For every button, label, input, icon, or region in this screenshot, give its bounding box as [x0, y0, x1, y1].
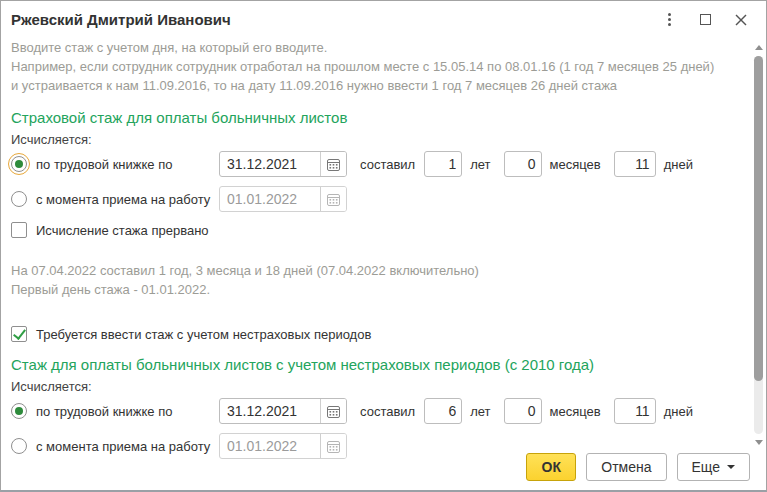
- scroll-down-icon[interactable]: [755, 440, 763, 445]
- years-input-2[interactable]: [424, 398, 462, 424]
- intro-line-3: и устраивается к нам 11.09.2016, то на д…: [11, 76, 738, 95]
- scrollbar-thumb[interactable]: [754, 56, 763, 381]
- made-label-1: составил: [360, 157, 415, 172]
- more-button[interactable]: Еще: [677, 453, 751, 481]
- section2-header: Стаж для оплаты больничных листов с учет…: [11, 356, 738, 373]
- maximize-icon: [700, 14, 711, 25]
- hire-date-input-1: [220, 191, 320, 207]
- months-input-1[interactable]: [504, 151, 542, 177]
- seniority-summary: На 07.04.2022 составил 1 год, 3 месяца и…: [11, 261, 738, 299]
- noninsured-checkbox-label: Требуется ввести стаж с учетом нестрахов…: [36, 327, 371, 342]
- noninsured-checkbox[interactable]: Требуется ввести стаж с учетом нестрахов…: [11, 326, 738, 342]
- years-unit-2: лет: [470, 404, 490, 419]
- hire-date-input-2: [220, 438, 320, 454]
- title-bar: Ржевский Дмитрий Иванович: [1, 1, 766, 35]
- summary-line-1: На 07.04.2022 составил 1 год, 3 месяца и…: [11, 261, 738, 280]
- intro-text: Вводите стаж с учетом дня, на который ег…: [11, 38, 738, 95]
- months-unit-2: месяцев: [550, 404, 601, 419]
- calendar-icon[interactable]: [320, 398, 346, 424]
- scrollbar-track[interactable]: [754, 56, 763, 434]
- vertical-scrollbar[interactable]: [754, 45, 763, 445]
- interrupted-checkbox[interactable]: Исчисление стажа прервано: [11, 222, 738, 238]
- hire-date-field-2: [219, 433, 347, 459]
- section2-calc-label: Исчисляется:: [11, 379, 738, 394]
- window-controls: [658, 9, 752, 31]
- calendar-icon: [320, 186, 346, 212]
- calendar-icon[interactable]: [320, 151, 346, 177]
- days-input-1[interactable]: [614, 151, 656, 177]
- years-input-1[interactable]: [424, 151, 462, 177]
- dialog-window: Ржевский Дмитрий Иванович Вводите стаж с…: [0, 0, 767, 492]
- ok-button[interactable]: ОК: [526, 453, 576, 481]
- intro-line-2: Например, если сотрудник сотрудник отраб…: [11, 57, 738, 76]
- footer-button-bar: ОК Отмена Еще: [526, 453, 750, 481]
- summary-line-2: Первый день стажа - 01.01.2022.: [11, 280, 738, 299]
- dialog-content: Вводите стаж с учетом дня, на который ег…: [1, 35, 766, 459]
- years-unit-1: лет: [470, 157, 490, 172]
- checkbox-unchecked-icon: [11, 222, 27, 238]
- days-unit-1: дней: [664, 157, 693, 172]
- section2-workbook-row: по трудовой книжке по составил лет месяц…: [11, 398, 738, 424]
- radio-by-workbook-2[interactable]: по трудовой книжке по: [11, 403, 219, 419]
- intro-line-1: Вводите стаж с учетом дня, на который ег…: [11, 38, 738, 57]
- workbook-date-input-2[interactable]: [220, 403, 320, 419]
- workbook-date-field-2[interactable]: [219, 398, 347, 424]
- months-unit-1: месяцев: [550, 157, 601, 172]
- days-unit-2: дней: [664, 404, 693, 419]
- close-button[interactable]: [730, 9, 752, 31]
- radio-from-hire-1-label: с момента приема на работу: [36, 192, 210, 207]
- maximize-button[interactable]: [694, 9, 716, 31]
- workbook-date-input-1[interactable]: [220, 156, 320, 172]
- radio-selected-icon: [11, 403, 27, 419]
- more-button-label: Еще: [692, 459, 721, 475]
- radio-from-hire-2[interactable]: с момента приема на работу: [11, 438, 219, 454]
- scroll-up-icon[interactable]: [755, 45, 763, 50]
- checkbox-checked-icon: [11, 326, 27, 342]
- months-input-2[interactable]: [504, 398, 542, 424]
- kebab-icon: [668, 13, 671, 26]
- calendar-icon: [320, 433, 346, 459]
- radio-from-hire-2-label: с момента приема на работу: [36, 439, 210, 454]
- radio-unselected-icon: [11, 438, 27, 454]
- close-icon: [735, 14, 747, 26]
- more-menu-button[interactable]: [658, 9, 680, 31]
- radio-by-workbook-1-label: по трудовой книжке по: [36, 157, 172, 172]
- section1-calc-label: Исчисляется:: [11, 132, 738, 147]
- section1-hire-row: с момента приема на работу: [11, 186, 738, 212]
- days-input-2[interactable]: [614, 398, 656, 424]
- workbook-date-field-1[interactable]: [219, 151, 347, 177]
- window-title: Ржевский Дмитрий Иванович: [11, 11, 231, 28]
- section1-workbook-row: по трудовой книжке по составил лет месяц…: [11, 151, 738, 177]
- radio-by-workbook-1[interactable]: по трудовой книжке по: [11, 156, 219, 172]
- interrupted-checkbox-label: Исчисление стажа прервано: [36, 223, 209, 238]
- radio-selected-icon: [11, 156, 27, 172]
- caret-down-icon: [727, 465, 735, 469]
- radio-unselected-icon: [11, 191, 27, 207]
- section1-header: Страховой стаж для оплаты больничных лис…: [11, 109, 738, 126]
- hire-date-field-1: [219, 186, 347, 212]
- made-label-2: составил: [360, 404, 415, 419]
- cancel-button[interactable]: Отмена: [586, 453, 666, 481]
- radio-from-hire-1[interactable]: с момента приема на работу: [11, 191, 219, 207]
- radio-by-workbook-2-label: по трудовой книжке по: [36, 404, 172, 419]
